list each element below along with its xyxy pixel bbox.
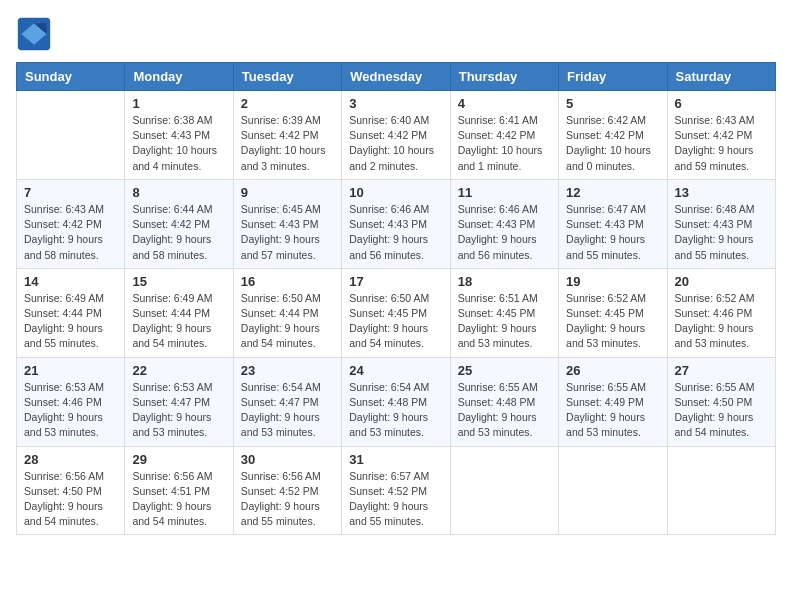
day-number: 5 [566,96,659,111]
day-number: 26 [566,363,659,378]
cell-content: Sunrise: 6:57 AM Sunset: 4:52 PM Dayligh… [349,469,442,530]
cell-content: Sunrise: 6:45 AM Sunset: 4:43 PM Dayligh… [241,202,334,263]
cell-content: Sunrise: 6:52 AM Sunset: 4:45 PM Dayligh… [566,291,659,352]
calendar-header-row: SundayMondayTuesdayWednesdayThursdayFrid… [17,63,776,91]
day-number: 6 [675,96,768,111]
calendar-cell: 14Sunrise: 6:49 AM Sunset: 4:44 PM Dayli… [17,268,125,357]
day-number: 10 [349,185,442,200]
calendar-cell: 5Sunrise: 6:42 AM Sunset: 4:42 PM Daylig… [559,91,667,180]
calendar-cell: 2Sunrise: 6:39 AM Sunset: 4:42 PM Daylig… [233,91,341,180]
day-number: 2 [241,96,334,111]
cell-content: Sunrise: 6:40 AM Sunset: 4:42 PM Dayligh… [349,113,442,174]
calendar-cell: 27Sunrise: 6:55 AM Sunset: 4:50 PM Dayli… [667,357,775,446]
day-number: 20 [675,274,768,289]
logo [16,16,56,52]
calendar-cell: 12Sunrise: 6:47 AM Sunset: 4:43 PM Dayli… [559,179,667,268]
day-number: 17 [349,274,442,289]
cell-content: Sunrise: 6:42 AM Sunset: 4:42 PM Dayligh… [566,113,659,174]
cell-content: Sunrise: 6:38 AM Sunset: 4:43 PM Dayligh… [132,113,225,174]
calendar-cell: 20Sunrise: 6:52 AM Sunset: 4:46 PM Dayli… [667,268,775,357]
day-number: 16 [241,274,334,289]
day-number: 13 [675,185,768,200]
header-saturday: Saturday [667,63,775,91]
cell-content: Sunrise: 6:54 AM Sunset: 4:48 PM Dayligh… [349,380,442,441]
page-header [16,16,776,52]
day-number: 28 [24,452,117,467]
calendar-cell: 22Sunrise: 6:53 AM Sunset: 4:47 PM Dayli… [125,357,233,446]
day-number: 14 [24,274,117,289]
calendar-cell: 7Sunrise: 6:43 AM Sunset: 4:42 PM Daylig… [17,179,125,268]
week-row-4: 21Sunrise: 6:53 AM Sunset: 4:46 PM Dayli… [17,357,776,446]
cell-content: Sunrise: 6:44 AM Sunset: 4:42 PM Dayligh… [132,202,225,263]
calendar-cell: 29Sunrise: 6:56 AM Sunset: 4:51 PM Dayli… [125,446,233,535]
calendar-cell: 11Sunrise: 6:46 AM Sunset: 4:43 PM Dayli… [450,179,558,268]
cell-content: Sunrise: 6:46 AM Sunset: 4:43 PM Dayligh… [349,202,442,263]
cell-content: Sunrise: 6:56 AM Sunset: 4:52 PM Dayligh… [241,469,334,530]
day-number: 7 [24,185,117,200]
day-number: 4 [458,96,551,111]
calendar-cell: 16Sunrise: 6:50 AM Sunset: 4:44 PM Dayli… [233,268,341,357]
day-number: 1 [132,96,225,111]
cell-content: Sunrise: 6:43 AM Sunset: 4:42 PM Dayligh… [675,113,768,174]
day-number: 3 [349,96,442,111]
calendar-cell: 30Sunrise: 6:56 AM Sunset: 4:52 PM Dayli… [233,446,341,535]
calendar-cell: 6Sunrise: 6:43 AM Sunset: 4:42 PM Daylig… [667,91,775,180]
calendar-cell: 4Sunrise: 6:41 AM Sunset: 4:42 PM Daylig… [450,91,558,180]
header-monday: Monday [125,63,233,91]
cell-content: Sunrise: 6:54 AM Sunset: 4:47 PM Dayligh… [241,380,334,441]
cell-content: Sunrise: 6:51 AM Sunset: 4:45 PM Dayligh… [458,291,551,352]
week-row-3: 14Sunrise: 6:49 AM Sunset: 4:44 PM Dayli… [17,268,776,357]
header-tuesday: Tuesday [233,63,341,91]
logo-icon [16,16,52,52]
cell-content: Sunrise: 6:56 AM Sunset: 4:50 PM Dayligh… [24,469,117,530]
day-number: 9 [241,185,334,200]
week-row-2: 7Sunrise: 6:43 AM Sunset: 4:42 PM Daylig… [17,179,776,268]
calendar-cell: 3Sunrise: 6:40 AM Sunset: 4:42 PM Daylig… [342,91,450,180]
cell-content: Sunrise: 6:46 AM Sunset: 4:43 PM Dayligh… [458,202,551,263]
cell-content: Sunrise: 6:50 AM Sunset: 4:45 PM Dayligh… [349,291,442,352]
calendar-table: SundayMondayTuesdayWednesdayThursdayFrid… [16,62,776,535]
calendar-cell: 23Sunrise: 6:54 AM Sunset: 4:47 PM Dayli… [233,357,341,446]
day-number: 22 [132,363,225,378]
week-row-1: 1Sunrise: 6:38 AM Sunset: 4:43 PM Daylig… [17,91,776,180]
cell-content: Sunrise: 6:56 AM Sunset: 4:51 PM Dayligh… [132,469,225,530]
day-number: 30 [241,452,334,467]
day-number: 25 [458,363,551,378]
calendar-cell: 13Sunrise: 6:48 AM Sunset: 4:43 PM Dayli… [667,179,775,268]
calendar-cell [17,91,125,180]
day-number: 21 [24,363,117,378]
week-row-5: 28Sunrise: 6:56 AM Sunset: 4:50 PM Dayli… [17,446,776,535]
day-number: 12 [566,185,659,200]
calendar-cell: 24Sunrise: 6:54 AM Sunset: 4:48 PM Dayli… [342,357,450,446]
cell-content: Sunrise: 6:41 AM Sunset: 4:42 PM Dayligh… [458,113,551,174]
calendar-cell [559,446,667,535]
day-number: 18 [458,274,551,289]
day-number: 31 [349,452,442,467]
day-number: 15 [132,274,225,289]
calendar-cell: 26Sunrise: 6:55 AM Sunset: 4:49 PM Dayli… [559,357,667,446]
cell-content: Sunrise: 6:55 AM Sunset: 4:48 PM Dayligh… [458,380,551,441]
cell-content: Sunrise: 6:48 AM Sunset: 4:43 PM Dayligh… [675,202,768,263]
day-number: 19 [566,274,659,289]
calendar-cell: 28Sunrise: 6:56 AM Sunset: 4:50 PM Dayli… [17,446,125,535]
day-number: 24 [349,363,442,378]
cell-content: Sunrise: 6:49 AM Sunset: 4:44 PM Dayligh… [132,291,225,352]
calendar-cell: 10Sunrise: 6:46 AM Sunset: 4:43 PM Dayli… [342,179,450,268]
calendar-cell: 8Sunrise: 6:44 AM Sunset: 4:42 PM Daylig… [125,179,233,268]
header-friday: Friday [559,63,667,91]
day-number: 29 [132,452,225,467]
cell-content: Sunrise: 6:52 AM Sunset: 4:46 PM Dayligh… [675,291,768,352]
calendar-cell: 17Sunrise: 6:50 AM Sunset: 4:45 PM Dayli… [342,268,450,357]
calendar-cell: 31Sunrise: 6:57 AM Sunset: 4:52 PM Dayli… [342,446,450,535]
calendar-cell: 25Sunrise: 6:55 AM Sunset: 4:48 PM Dayli… [450,357,558,446]
calendar-cell: 21Sunrise: 6:53 AM Sunset: 4:46 PM Dayli… [17,357,125,446]
cell-content: Sunrise: 6:50 AM Sunset: 4:44 PM Dayligh… [241,291,334,352]
calendar-cell [450,446,558,535]
calendar-cell: 1Sunrise: 6:38 AM Sunset: 4:43 PM Daylig… [125,91,233,180]
cell-content: Sunrise: 6:53 AM Sunset: 4:47 PM Dayligh… [132,380,225,441]
cell-content: Sunrise: 6:39 AM Sunset: 4:42 PM Dayligh… [241,113,334,174]
header-sunday: Sunday [17,63,125,91]
calendar-cell [667,446,775,535]
day-number: 23 [241,363,334,378]
day-number: 27 [675,363,768,378]
